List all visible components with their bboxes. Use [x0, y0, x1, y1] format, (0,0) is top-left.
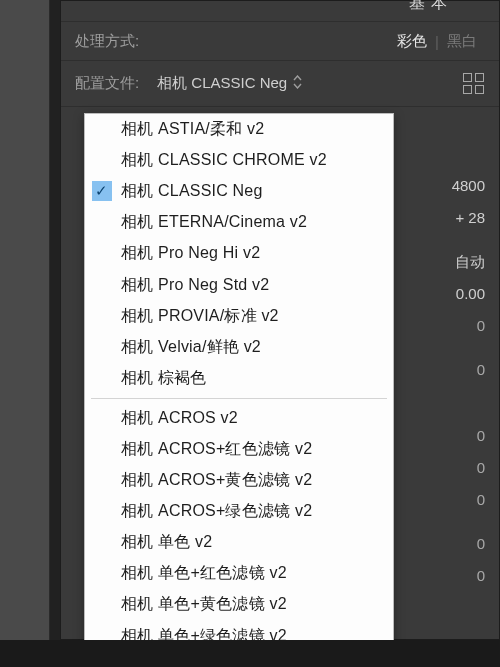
temp-value: 4800 — [452, 169, 485, 201]
side-values: 4800 + 28 自动 0.00 0 0 0 0 0 0 0 — [452, 169, 485, 591]
panel-title: 基本 — [61, 1, 499, 15]
value-6: 0 — [452, 559, 485, 591]
menu-item-label: 相机 ACROS+红色滤镜 v2 — [121, 439, 312, 460]
profile-row: 配置文件: 相机 CLASSIC Neg — [61, 61, 499, 107]
value-1: 0 — [452, 353, 485, 385]
exposure-value: 0.00 — [452, 277, 485, 309]
menu-item[interactable]: ✓相机 Pro Neg Std v2 — [85, 269, 393, 300]
menu-item-label: 相机 ACROS+绿色滤镜 v2 — [121, 501, 312, 522]
menu-item[interactable]: ✓相机 单色 v2 — [85, 527, 393, 558]
menu-item[interactable]: ✓相机 CLASSIC CHROME v2 — [85, 145, 393, 176]
menu-item[interactable]: ✓相机 ACROS v2 — [85, 403, 393, 434]
auto-button[interactable]: 自动 — [452, 245, 485, 277]
menu-item-label: 相机 单色+黄色滤镜 v2 — [121, 594, 287, 615]
value-4: 0 — [452, 483, 485, 515]
work-canvas — [0, 0, 50, 640]
menu-item-label: 相机 单色+红色滤镜 v2 — [121, 563, 287, 584]
menu-item[interactable]: ✓相机 棕褐色 — [85, 363, 393, 394]
menu-item-label: 相机 ETERNA/Cinema v2 — [121, 212, 307, 233]
treatment-color[interactable]: 彩色 — [389, 32, 435, 51]
menu-item[interactable]: ✓相机 ACROS+绿色滤镜 v2 — [85, 496, 393, 527]
menu-item-label: 相机 CLASSIC Neg — [121, 181, 263, 202]
menu-item-label: 相机 单色 v2 — [121, 532, 212, 553]
menu-item[interactable]: ✓相机 ACROS+黄色滤镜 v2 — [85, 465, 393, 496]
treatment-bw[interactable]: 黑白 — [439, 32, 485, 51]
menu-item-label: 相机 ASTIA/柔和 v2 — [121, 119, 264, 140]
value-3: 0 — [452, 451, 485, 483]
menu-item[interactable]: ✓相机 单色+黄色滤镜 v2 — [85, 589, 393, 620]
menu-item-label: 相机 ACROS+黄色滤镜 v2 — [121, 470, 312, 491]
tint-value: + 28 — [452, 201, 485, 233]
menu-item-label: 相机 Velvia/鲜艳 v2 — [121, 337, 261, 358]
menu-item-label: 相机 棕褐色 — [121, 368, 207, 389]
profile-dropdown[interactable]: 相机 CLASSIC Neg — [157, 74, 302, 93]
profile-label: 配置文件: — [75, 74, 139, 93]
menu-item[interactable]: ✓相机 ACROS+红色滤镜 v2 — [85, 434, 393, 465]
profile-dropdown-menu[interactable]: ✓相机 ASTIA/柔和 v2✓相机 CLASSIC CHROME v2✓相机 … — [84, 113, 394, 667]
check-icon: ✓ — [92, 181, 112, 201]
profile-browser-icon[interactable] — [463, 73, 485, 95]
menu-item[interactable]: ✓相机 PROVIA/标准 v2 — [85, 301, 393, 332]
menu-item-label: 相机 CLASSIC CHROME v2 — [121, 150, 327, 171]
menu-item[interactable]: ✓相机 Pro Neg Hi v2 — [85, 238, 393, 269]
menu-item-label: 相机 PROVIA/标准 v2 — [121, 306, 279, 327]
menu-item[interactable]: ✓相机 单色+红色滤镜 v2 — [85, 558, 393, 589]
menu-item-label: 相机 ACROS v2 — [121, 408, 238, 429]
menu-item[interactable]: ✓相机 CLASSIC Neg — [85, 176, 393, 207]
menu-item-label: 相机 Pro Neg Hi v2 — [121, 243, 260, 264]
value-5: 0 — [452, 527, 485, 559]
menu-item[interactable]: ✓相机 ETERNA/Cinema v2 — [85, 207, 393, 238]
menu-item[interactable]: ✓相机 Velvia/鲜艳 v2 — [85, 332, 393, 363]
value-2: 0 — [452, 419, 485, 451]
chevron-up-down-icon — [293, 75, 302, 92]
treatment-row: 处理方式: 彩色 | 黑白 — [61, 21, 499, 61]
profile-selected: 相机 CLASSIC Neg — [157, 74, 287, 93]
contrast-value: 0 — [452, 309, 485, 341]
menu-item[interactable]: ✓相机 ASTIA/柔和 v2 — [85, 114, 393, 145]
app-footer — [0, 640, 500, 667]
menu-item-label: 相机 Pro Neg Std v2 — [121, 275, 269, 296]
menu-separator — [91, 398, 387, 399]
treatment-label: 处理方式: — [75, 32, 139, 51]
